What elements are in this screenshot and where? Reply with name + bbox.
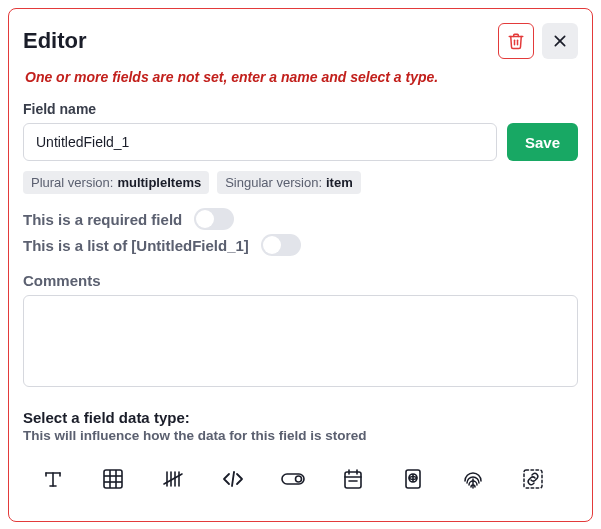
- link-icon: [521, 467, 545, 491]
- save-button[interactable]: Save: [507, 123, 578, 161]
- datatype-option-grid[interactable]: [99, 465, 127, 493]
- calendar-icon: [341, 467, 365, 491]
- list-field-row: This is a list of [UntitledField_1]: [23, 234, 578, 256]
- required-field-row: This is a required field: [23, 208, 578, 230]
- plural-version-label: Plural version:: [31, 175, 113, 190]
- svg-rect-7: [104, 470, 122, 488]
- svg-rect-20: [345, 472, 361, 488]
- fingerprint-icon: [461, 467, 485, 491]
- close-icon: [552, 33, 568, 49]
- trash-icon: [507, 32, 525, 50]
- error-message: One or more fields are not set, enter a …: [25, 69, 578, 85]
- tally-icon: [161, 467, 185, 491]
- field-name-row: Save: [23, 123, 578, 161]
- datatype-option-tally[interactable]: [159, 465, 187, 493]
- svg-point-19: [296, 476, 302, 482]
- toggle-icon: [280, 467, 306, 491]
- datatype-option-link[interactable]: [519, 465, 547, 493]
- field-name-input[interactable]: [23, 123, 497, 161]
- field-name-label: Field name: [23, 101, 578, 117]
- delete-button[interactable]: [498, 23, 534, 59]
- datatype-option-fingerprint[interactable]: [459, 465, 487, 493]
- list-field-label: This is a list of [UntitledField_1]: [23, 237, 249, 254]
- plural-version-value: multipleItems: [117, 175, 201, 190]
- singular-version-value: item: [326, 175, 353, 190]
- passport-icon: [401, 467, 425, 491]
- datatype-option-toggle[interactable]: [279, 465, 307, 493]
- datatype-subheading: This will influence how the data for thi…: [23, 428, 578, 443]
- svg-line-17: [232, 472, 234, 486]
- datatype-option-text[interactable]: [39, 465, 67, 493]
- panel-header: Editor: [23, 23, 578, 59]
- grid-icon: [101, 467, 125, 491]
- version-badges: Plural version: multipleItems Singular v…: [23, 171, 578, 194]
- required-field-toggle[interactable]: [194, 208, 234, 230]
- code-icon: [221, 467, 245, 491]
- required-field-label: This is a required field: [23, 211, 182, 228]
- singular-version-label: Singular version:: [225, 175, 322, 190]
- comments-label: Comments: [23, 272, 578, 289]
- datatype-heading: Select a field data type:: [23, 409, 578, 426]
- text-icon: [41, 467, 65, 491]
- panel-title: Editor: [23, 28, 87, 54]
- datatype-option-passport[interactable]: [399, 465, 427, 493]
- plural-version-badge: Plural version: multipleItems: [23, 171, 209, 194]
- singular-version-badge: Singular version: item: [217, 171, 361, 194]
- datatype-option-code[interactable]: [219, 465, 247, 493]
- header-actions: [498, 23, 578, 59]
- datatype-option-date[interactable]: [339, 465, 367, 493]
- comments-textarea[interactable]: [23, 295, 578, 387]
- list-field-toggle[interactable]: [261, 234, 301, 256]
- datatype-icon-row: [23, 461, 578, 503]
- svg-rect-28: [524, 470, 542, 488]
- close-button[interactable]: [542, 23, 578, 59]
- editor-panel: Editor: [8, 8, 593, 522]
